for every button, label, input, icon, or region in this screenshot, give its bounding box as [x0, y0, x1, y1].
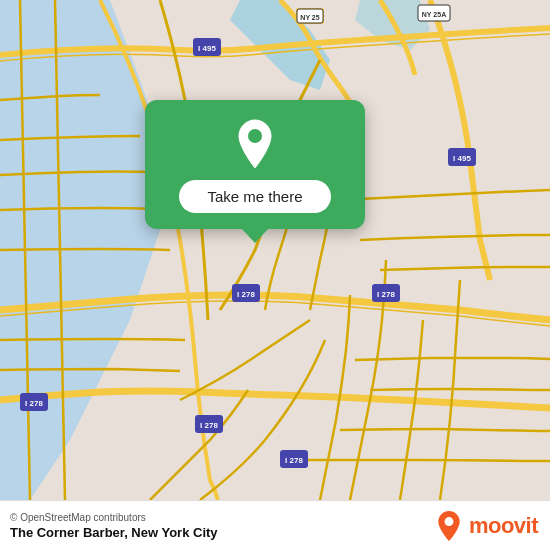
- bottom-bar: © OpenStreetMap contributors The Corner …: [0, 500, 550, 550]
- svg-point-23: [248, 129, 262, 143]
- location-card: Take me there: [145, 100, 365, 229]
- pin-icon-wrap: [229, 118, 281, 170]
- svg-text:NY 25A: NY 25A: [422, 11, 446, 18]
- location-pin-icon: [233, 118, 277, 170]
- take-me-there-button[interactable]: Take me there: [179, 180, 330, 213]
- map-area: I 495 NY 25 NY 25A I 495 I 278 I 278 I 2…: [0, 0, 550, 500]
- svg-text:I 278: I 278: [377, 290, 395, 299]
- moovit-brand-text: moovit: [469, 513, 538, 539]
- svg-text:I 495: I 495: [453, 154, 471, 163]
- svg-text:I 278: I 278: [200, 421, 218, 430]
- svg-text:I 278: I 278: [285, 456, 303, 465]
- svg-text:NY 25: NY 25: [300, 14, 319, 21]
- svg-point-24: [444, 517, 453, 526]
- svg-text:I 495: I 495: [198, 44, 216, 53]
- svg-text:I 278: I 278: [25, 399, 43, 408]
- svg-text:I 278: I 278: [237, 290, 255, 299]
- map-svg: I 495 NY 25 NY 25A I 495 I 278 I 278 I 2…: [0, 0, 550, 500]
- moovit-logo: moovit: [435, 510, 538, 542]
- location-name: The Corner Barber, New York City: [10, 525, 218, 540]
- bottom-left: © OpenStreetMap contributors The Corner …: [10, 512, 218, 540]
- moovit-pin-icon: [435, 510, 463, 542]
- osm-attribution: © OpenStreetMap contributors: [10, 512, 218, 523]
